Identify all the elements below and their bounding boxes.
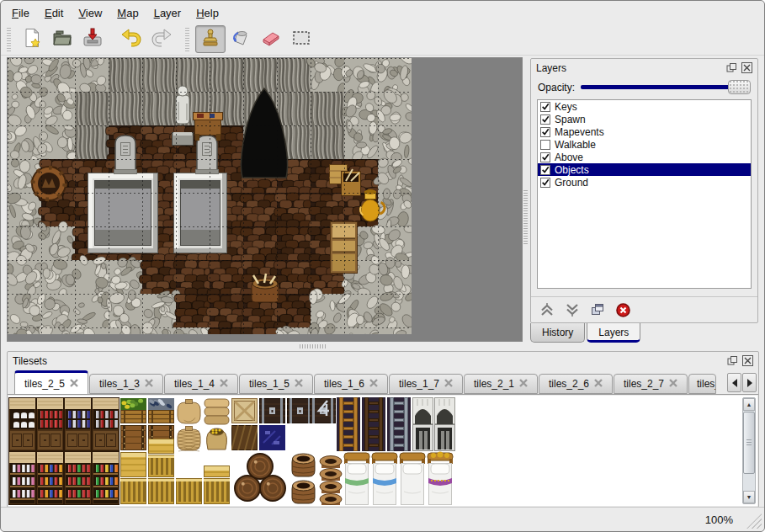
layer-row-objects[interactable]: Objects <box>538 163 751 176</box>
horizontal-splitter-handle[interactable] <box>300 344 327 348</box>
menu-map[interactable]: Map <box>109 4 146 23</box>
chevron-down-icon <box>565 302 580 317</box>
menu-edit[interactable]: Edit <box>37 4 71 23</box>
status-bar: 100% <box>1 507 764 531</box>
layer-name: Ground <box>555 177 588 189</box>
undo-button[interactable] <box>116 25 146 53</box>
redo-button[interactable] <box>146 25 177 53</box>
tileset-tab-label: tiles_3 <box>697 378 716 390</box>
toolbar-drag-handle[interactable] <box>7 28 11 51</box>
close-panel-icon[interactable] <box>741 355 753 366</box>
tileset-tab-bar: tiles_2_5tiles_1_3tiles_1_4tiles_1_5tile… <box>8 370 758 395</box>
open-map-button[interactable] <box>47 25 77 53</box>
tileset-tab-tiles_1_5[interactable]: tiles_1_5 <box>239 374 313 394</box>
raise-layer-button[interactable] <box>539 301 555 318</box>
tilesets-panel-title: Tilesets <box>13 355 47 367</box>
tileset-tab-tiles_2_6[interactable]: tiles_2_6 <box>539 374 613 394</box>
eraser-tool-button[interactable] <box>256 25 286 53</box>
layer-visibility-checkbox[interactable] <box>540 114 550 125</box>
stamp-tool-button[interactable] <box>195 25 226 53</box>
duplicate-layer-button[interactable] <box>589 301 606 318</box>
layer-name: Walkable <box>555 139 596 151</box>
layer-row-keys[interactable]: Keys <box>538 100 751 113</box>
select-tool-button[interactable] <box>286 25 316 53</box>
tileset-tab-tiles_1_3[interactable]: tiles_1_3 <box>89 374 163 394</box>
tab-close-icon[interactable] <box>220 378 228 390</box>
close-panel-icon[interactable] <box>741 62 752 73</box>
tab-close-icon[interactable] <box>295 378 303 390</box>
layer-row-ground[interactable]: Ground <box>538 176 751 189</box>
menu-help[interactable]: Help <box>189 4 226 23</box>
save-icon <box>82 27 104 51</box>
tileset-tab-label: tiles_1_7 <box>399 378 439 390</box>
tileset-view[interactable]: ▲ ▼ <box>8 396 757 506</box>
layers-list[interactable]: KeysSpawnMapeventsWalkableAboveObjectsGr… <box>537 99 752 289</box>
scroll-down-button[interactable]: ▼ <box>743 491 755 503</box>
map-canvas-viewport[interactable] <box>7 57 523 342</box>
map-editor-window: FileEditViewMapLayerHelp <box>0 0 765 532</box>
layer-visibility-checkbox[interactable] <box>540 178 550 188</box>
layer-row-spawn[interactable]: Spawn <box>538 113 751 125</box>
tileset-tab-tiles_1_7[interactable]: tiles_1_7 <box>389 374 463 394</box>
layer-name: Above <box>555 152 583 163</box>
fill-tool-button[interactable] <box>226 25 256 53</box>
float-panel-icon[interactable] <box>725 62 737 73</box>
delete-layer-button[interactable] <box>614 301 631 318</box>
vertical-splitter-handle[interactable] <box>523 190 528 244</box>
opacity-label: Opacity: <box>538 82 575 93</box>
scrollbar-thumb[interactable] <box>743 412 755 474</box>
float-panel-icon[interactable] <box>726 355 738 366</box>
tabs-scroll-left-button[interactable] <box>727 373 741 392</box>
tab-close-icon[interactable] <box>669 378 677 390</box>
layers-panel: Layers Opacity: KeysSpawnMapeventsWalkab… <box>530 58 758 323</box>
layer-visibility-checkbox[interactable] <box>540 127 550 137</box>
tab-close-icon[interactable] <box>145 378 153 390</box>
tileset-tab-tiles_1_4[interactable]: tiles_1_4 <box>164 374 238 394</box>
tabs-scroll-right-button[interactable] <box>742 373 757 392</box>
layer-name: Spawn <box>555 114 586 125</box>
lower-layer-button[interactable] <box>564 301 581 318</box>
zoom-level: 100% <box>705 513 733 526</box>
tileset-tab-tiles_3[interactable]: tiles_3 <box>688 374 716 394</box>
paint-bucket-icon <box>230 27 252 51</box>
opacity-slider[interactable] <box>581 80 751 94</box>
tileset-tab-tiles_1_6[interactable]: tiles_1_6 <box>314 374 388 394</box>
tileset-tab-tiles_2_1[interactable]: tiles_2_1 <box>464 374 538 394</box>
layer-visibility-checkbox[interactable] <box>540 102 550 112</box>
stamp-icon <box>199 27 221 51</box>
tilesets-panel: Tilesets tiles_2_5tiles_1_3tiles_1_4tile… <box>7 351 759 508</box>
layer-visibility-checkbox[interactable] <box>540 165 550 175</box>
menu-layer[interactable]: Layer <box>146 4 189 23</box>
tab-close-icon[interactable] <box>444 378 453 390</box>
layer-name: Objects <box>555 164 589 176</box>
layer-row-mapevents[interactable]: Mapevents <box>538 125 751 138</box>
menu-file[interactable]: File <box>4 4 37 23</box>
tab-close-icon[interactable] <box>70 378 78 390</box>
tileset-tab-label: tiles_2_5 <box>24 378 65 390</box>
layer-visibility-checkbox[interactable] <box>540 140 550 150</box>
opacity-slider-track[interactable] <box>581 85 749 89</box>
opacity-slider-thumb[interactable] <box>728 80 751 94</box>
tileset-tab-tiles_2_5[interactable]: tiles_2_5 <box>14 370 88 395</box>
menu-view[interactable]: View <box>71 4 109 23</box>
tileset-tab-label: tiles_1_3 <box>99 378 140 390</box>
map-canvas[interactable] <box>8 58 522 341</box>
layer-row-walkable[interactable]: Walkable <box>538 138 751 151</box>
resize-grip[interactable] <box>746 513 762 529</box>
tab-close-icon[interactable] <box>594 378 603 390</box>
dock-tab-history[interactable]: History <box>530 323 585 343</box>
tileset-canvas[interactable] <box>8 397 456 505</box>
save-map-button[interactable] <box>77 25 108 53</box>
tileset-tab-tiles_2_7[interactable]: tiles_2_7 <box>614 374 688 394</box>
layer-row-above[interactable]: Above <box>538 151 751 163</box>
tileset-tab-label: tiles_2_6 <box>549 378 589 390</box>
dock-tab-layers[interactable]: Layers <box>587 323 640 343</box>
tileset-scrollbar[interactable]: ▲ ▼ <box>742 397 756 504</box>
scroll-up-button[interactable]: ▲ <box>743 398 755 411</box>
tab-close-icon[interactable] <box>369 378 378 390</box>
layer-visibility-checkbox[interactable] <box>540 152 550 162</box>
arrow-left-icon <box>731 379 738 387</box>
tab-close-icon[interactable] <box>519 378 528 390</box>
tools-drag-handle[interactable] <box>185 28 189 51</box>
new-map-button[interactable] <box>17 25 47 53</box>
